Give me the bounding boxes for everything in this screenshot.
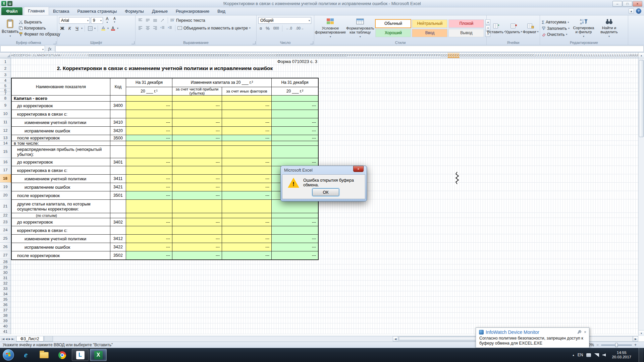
column-header[interactable]: L <box>35 53 37 58</box>
column-header[interactable]: E <box>283 53 286 58</box>
row-header-24[interactable]: 24 <box>0 226 11 234</box>
column-header[interactable]: J <box>572 53 575 58</box>
column-header[interactable]: C <box>239 53 241 58</box>
language-indicator[interactable]: EN <box>578 353 583 357</box>
column-header[interactable]: E <box>302 53 305 58</box>
value-cell-last[interactable]: --- <box>272 218 318 226</box>
column-header[interactable]: E <box>143 53 145 58</box>
value-cell[interactable] <box>222 146 272 158</box>
table-row[interactable]: изменением учетной политики3412---------… <box>12 235 318 243</box>
value-cell[interactable]: --- <box>126 135 172 141</box>
value-cell[interactable]: --- <box>222 243 272 251</box>
column-header[interactable]: C <box>251 53 253 58</box>
column-header[interactable]: F <box>352 53 354 58</box>
column-header[interactable]: E <box>157 53 159 58</box>
delete-cells-button[interactable]: Удалить▾ <box>505 23 522 34</box>
column-header[interactable]: / <box>77 53 79 58</box>
column-header[interactable]: C <box>483 53 485 58</box>
column-header[interactable]: J <box>568 53 570 58</box>
scroll-up-icon[interactable]: ▴ <box>639 53 644 58</box>
column-header[interactable]: F <box>389 53 391 58</box>
column-header[interactable]: / <box>63 53 65 58</box>
column-header[interactable]: E <box>298 53 300 58</box>
taskbar-clock[interactable]: 14:55 20.03.2017 <box>609 351 634 359</box>
grid-row-39[interactable] <box>11 318 638 323</box>
infowatch-notification[interactable]: InfoWatch Device Monitor × Согласно поли… <box>476 327 589 348</box>
column-header[interactable]: E <box>168 53 171 58</box>
excel-app-icon[interactable]: X <box>1 1 6 6</box>
value-cell[interactable]: --- <box>126 158 172 166</box>
column-header[interactable]: F <box>427 53 429 58</box>
table-row[interactable]: исправлением ошибок3422------------ <box>12 243 318 251</box>
taskbar-excel[interactable]: X <box>90 349 107 361</box>
column-header[interactable]: E <box>328 53 330 58</box>
grid-row-38[interactable] <box>11 313 638 318</box>
column-header[interactable]: J <box>546 53 549 58</box>
column-header[interactable]: C <box>492 53 495 58</box>
row-header-4[interactable]: 4 <box>0 78 11 83</box>
value-cell[interactable] <box>172 226 222 235</box>
column-header[interactable]: E <box>220 53 222 58</box>
value-cell[interactable] <box>126 200 172 213</box>
settings-wrench-icon[interactable] <box>577 330 581 334</box>
value-cell[interactable]: --- <box>126 102 172 110</box>
column-header[interactable]: E <box>213 53 215 58</box>
column-header[interactable]: E <box>323 53 326 58</box>
column-header[interactable]: E <box>337 53 340 58</box>
column-header[interactable]: U <box>631 53 633 58</box>
column-header[interactable]: C <box>445 53 448 58</box>
column-header[interactable]: U <box>633 53 636 58</box>
row-header-36[interactable]: 36 <box>0 302 11 307</box>
row-header-12[interactable]: 12 <box>0 126 11 135</box>
cell-style-Вывод[interactable]: Вывод <box>448 29 484 37</box>
column-header[interactable]: A <box>11 53 13 58</box>
column-header[interactable]: L <box>591 53 593 58</box>
column-header[interactable]: E <box>326 53 328 58</box>
sheet-tab-active[interactable]: ФЗ_Лист2 <box>16 336 44 342</box>
column-header[interactable]: E <box>194 53 197 58</box>
column-header[interactable]: L <box>607 53 610 58</box>
grid-row-30[interactable] <box>11 270 638 275</box>
column-header[interactable]: F <box>380 53 382 58</box>
value-cell[interactable]: --- <box>126 243 172 251</box>
value-cell[interactable]: --- <box>172 175 222 183</box>
column-header[interactable]: K <box>44 53 46 58</box>
column-header[interactable]: C <box>511 53 514 58</box>
zoom-slider-thumb[interactable] <box>615 343 618 347</box>
column-header[interactable]: F <box>420 53 422 58</box>
column-header[interactable]: E <box>208 53 211 58</box>
column-header[interactable]: / <box>74 53 77 58</box>
column-header[interactable]: C <box>462 53 464 58</box>
align-right-icon[interactable] <box>152 25 158 31</box>
value-cell[interactable]: --- <box>222 135 272 141</box>
format-as-table-button[interactable]: Форматировать как таблицу▾ <box>346 17 374 39</box>
table-row[interactable]: до корректировок3402------------ <box>12 218 318 226</box>
column-header[interactable]: J <box>556 53 558 58</box>
column-header[interactable]: C <box>514 53 516 58</box>
column-header[interactable]: C <box>272 53 274 58</box>
row-header-11[interactable]: 11 <box>0 118 11 126</box>
value-cell[interactable] <box>126 213 172 218</box>
column-header[interactable]: E <box>276 53 279 58</box>
workbook-icon[interactable]: ▤ <box>7 1 12 6</box>
column-header[interactable]: / <box>72 53 74 58</box>
value-cell[interactable] <box>172 141 222 146</box>
font-dialog-launcher[interactable] <box>131 41 135 44</box>
column-header[interactable]: C <box>488 53 490 58</box>
column-header[interactable]: E <box>286 53 288 58</box>
align-middle-icon[interactable] <box>145 17 151 23</box>
ribbon-tab-Файл[interactable]: Файл <box>1 7 22 15</box>
row-header-10[interactable]: 10 <box>0 110 11 118</box>
table-body[interactable]: Капитал - всегодо корректировок3400-----… <box>12 96 318 259</box>
column-header[interactable]: E <box>96 53 98 58</box>
minimize-button[interactable]: – <box>612 1 622 7</box>
table-row[interactable]: изменением учетной политики3410---------… <box>12 118 318 127</box>
value-cell[interactable]: --- <box>172 127 222 135</box>
value-cell[interactable]: --- <box>172 183 222 191</box>
column-header[interactable]: / <box>60 53 63 58</box>
column-header[interactable]: L <box>622 53 624 58</box>
column-header[interactable]: C <box>253 53 255 58</box>
row-header-1[interactable]: 1 <box>0 58 11 65</box>
column-header[interactable]: E <box>344 53 347 58</box>
column-header[interactable]: F <box>438 53 441 58</box>
